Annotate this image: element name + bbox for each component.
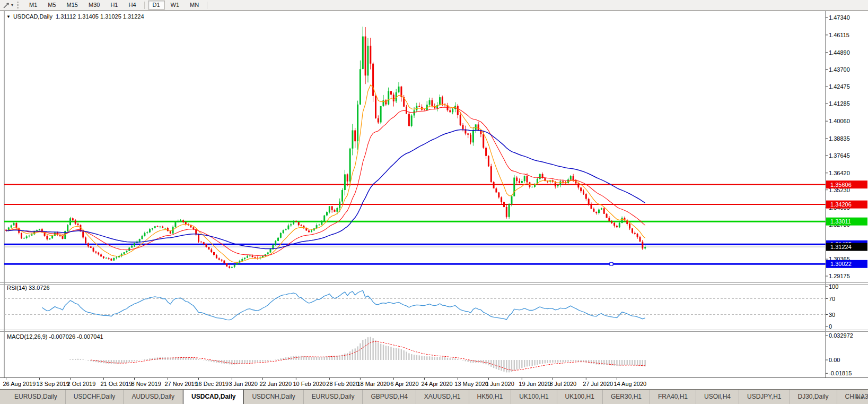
timeframe-button-h4[interactable]: H4 xyxy=(124,1,141,10)
date-label: 18 Mar 2020 xyxy=(357,381,390,387)
date-label: 8 Nov 2019 xyxy=(131,381,161,387)
date-label: 14 Aug 2020 xyxy=(613,381,646,387)
date-label: 26 Aug 2019 xyxy=(3,381,36,387)
timeframe-button-mn[interactable]: MN xyxy=(185,1,204,10)
price-label-1.33011-text: 1.33011 xyxy=(830,218,851,225)
rsi-axis-label: 0 xyxy=(829,323,832,330)
toolbar-separator xyxy=(207,2,207,9)
tab-audusd-daily[interactable]: AUDUSD,Daily xyxy=(124,390,183,404)
date-label: 6 Apr 2020 xyxy=(390,381,418,387)
date-label: 10 Feb 2020 xyxy=(293,381,326,387)
timeframe-button-m1[interactable]: M1 xyxy=(24,1,42,10)
svg-text:1.29175: 1.29175 xyxy=(829,273,850,279)
svg-text:1.43700: 1.43700 xyxy=(829,66,850,73)
date-label: 13 May 2020 xyxy=(454,381,488,387)
date-label: 2 Oct 2019 xyxy=(67,381,96,387)
macd-axis-label: -0.01815 xyxy=(829,370,852,376)
candles xyxy=(5,27,646,268)
macd-axis-label: 0.032972 xyxy=(829,332,853,339)
tab-uk100-h1[interactable]: UK100,H1 xyxy=(557,390,603,404)
date-label: 16 Dec 2019 xyxy=(196,381,229,387)
tab-usdjpy-h1[interactable]: USDJPY,H1 xyxy=(739,390,790,404)
price-axis[interactable]: 1.473401.461151.448901.437001.424751.412… xyxy=(826,14,850,279)
date-label: 28 Feb 2020 xyxy=(326,381,359,387)
tab-dj30-daily[interactable]: DJ30,Daily xyxy=(790,390,837,404)
timeframe-button-w1[interactable]: W1 xyxy=(166,1,185,10)
tab-hk50-h1[interactable]: HK50,H1 xyxy=(469,390,512,404)
line-drag-handle[interactable] xyxy=(610,262,613,265)
chart-window: 1.473401.461151.448901.437001.424751.412… xyxy=(0,11,868,389)
toolbar-grip[interactable] xyxy=(17,2,20,8)
tab-scroll-controls: ◂ ▸ xyxy=(853,390,866,404)
tab-scroll-right-icon[interactable]: ▸ xyxy=(861,394,864,401)
date-label: 8 Jul 2020 xyxy=(549,381,576,387)
timeframe-button-group: M1M5M15M30H1H4D1W1MN xyxy=(24,1,210,10)
date-label: 27 Jul 2020 xyxy=(583,381,613,387)
tab-xauusd-h1[interactable]: XAUUSD,H1 xyxy=(416,390,469,404)
tab-usdchf-daily[interactable]: USDCHF,Daily xyxy=(66,390,124,404)
svg-text:1.38835: 1.38835 xyxy=(829,135,850,142)
date-label: 24 Apr 2020 xyxy=(421,381,452,387)
timeframe-button-m5[interactable]: M5 xyxy=(43,1,60,10)
date-label: 13 Sep 2019 xyxy=(36,381,69,387)
rsi-axis-label: 100 xyxy=(829,283,838,290)
tab-ger30-h1[interactable]: GER30,H1 xyxy=(603,390,650,404)
price-label-1.30022-text: 1.30022 xyxy=(830,261,852,267)
tab-eurusd-daily[interactable]: EURUSD,Daily xyxy=(6,390,66,404)
timeframe-button-m30[interactable]: M30 xyxy=(84,1,104,10)
date-label: 22 Jan 2020 xyxy=(260,381,292,387)
rsi-indicator-label: RSI(14) 33.0726 xyxy=(7,285,50,291)
svg-text:1.46115: 1.46115 xyxy=(829,32,849,38)
chart-tabs: EURUSD,DailyUSDCHF,DailyAUDUSD,DailyUSDC… xyxy=(6,390,868,404)
svg-text:1.41285: 1.41285 xyxy=(829,100,850,107)
rsi-axis-label: 30 xyxy=(829,312,835,318)
chart-tab-bar: EURUSD,DailyUSDCHF,DailyAUDUSD,DailyUSDC… xyxy=(0,389,868,404)
svg-text:1.37645: 1.37645 xyxy=(829,152,850,159)
macd-histogram xyxy=(71,337,645,373)
svg-text:1.47340: 1.47340 xyxy=(829,14,850,21)
date-label: 27 Nov 2019 xyxy=(164,381,197,387)
price-label-1.35606-text: 1.35606 xyxy=(830,182,852,188)
tab-eurusd-daily[interactable]: EURUSD,Daily xyxy=(304,390,363,404)
date-label: 21 Oct 2019 xyxy=(100,381,132,387)
ma-slow-line xyxy=(6,130,645,249)
tool-dropdown-caret[interactable]: ▾ xyxy=(11,1,13,10)
price-chart-canvas[interactable]: 1.473401.461151.448901.437001.424751.412… xyxy=(0,11,868,389)
current-price-label-text: 1.31224 xyxy=(830,244,852,250)
chart-collapse-icon[interactable]: ▼ xyxy=(6,14,11,19)
svg-text:1.40060: 1.40060 xyxy=(829,118,850,124)
tab-usoil-h4[interactable]: USOil,H4 xyxy=(696,390,739,404)
date-label: 19 Jun 2020 xyxy=(519,381,551,387)
toolbar-separator xyxy=(144,2,145,9)
macd-axis-label: 0.00 xyxy=(829,357,840,363)
tab-gbpusd-h4[interactable]: GBPUSD,H4 xyxy=(363,390,416,404)
tab-usdcnh-daily[interactable]: USDCNH,Daily xyxy=(244,390,303,404)
tab-uk100-h1[interactable]: UK100,H1 xyxy=(511,390,557,404)
macd-indicator-label: MACD(12,26,9) -0.007026 -0.007041 xyxy=(7,333,103,340)
ma-medium-line xyxy=(6,107,645,256)
date-label: 3 Jan 2020 xyxy=(229,381,257,387)
chart-title-text: USDCAD,Daily 1.31112 1.31405 1.31025 1.3… xyxy=(13,13,144,20)
tab-fra40-h1[interactable]: FRA40,H1 xyxy=(650,390,696,404)
tab-scroll-left-icon[interactable]: ◂ xyxy=(855,394,858,401)
timeframe-button-h1[interactable]: H1 xyxy=(106,1,122,10)
top-toolbar: ▾ M1M5M15M30H1H4D1W1MN xyxy=(0,0,868,11)
rsi-axis-label: 70 xyxy=(829,296,835,302)
chart-title: ▼USDCAD,Daily 1.31112 1.31405 1.31025 1.… xyxy=(6,13,144,20)
svg-text:1.44890: 1.44890 xyxy=(829,49,850,56)
timeframe-button-d1[interactable]: D1 xyxy=(148,1,165,10)
tab-usdcad-daily[interactable]: USDCAD,Daily xyxy=(183,390,244,404)
svg-text:1.36420: 1.36420 xyxy=(829,170,850,176)
date-label: 1 Jun 2020 xyxy=(485,381,514,387)
svg-text:1.42475: 1.42475 xyxy=(829,83,850,90)
price-label-1.34206-text: 1.34206 xyxy=(830,201,852,208)
trendline-tool-icon[interactable] xyxy=(2,1,11,10)
timeframe-button-m15[interactable]: M15 xyxy=(62,1,83,10)
rsi-line xyxy=(42,290,645,320)
